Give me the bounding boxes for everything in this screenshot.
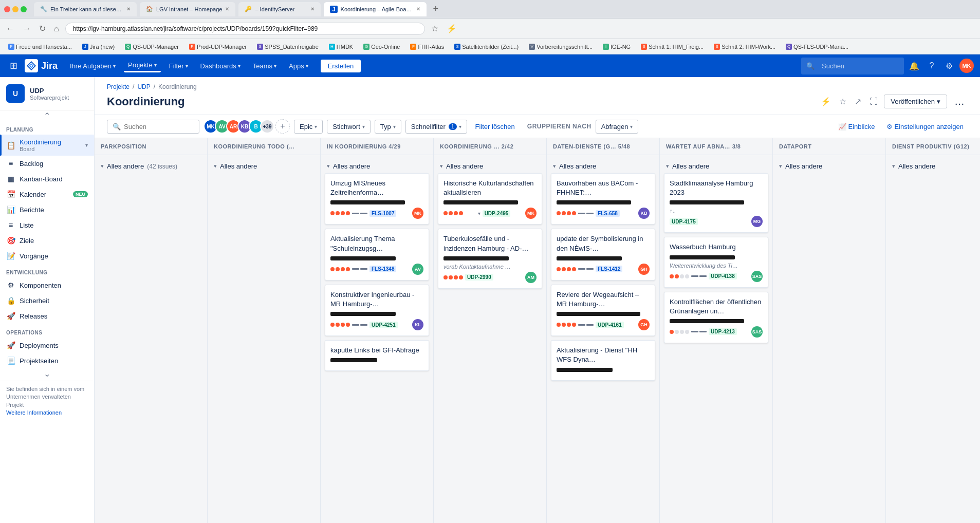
sidebar-item-kanban[interactable]: ▦ Kanban-Board [0,171,94,186]
board-scroll-container[interactable]: PARKPOSITION ▾ Alles andere (42 issues) … [95,138,980,523]
browser-tab-1[interactable]: 🔧 Ein Treiber kann auf diesem Gerä... ✕ [34,2,137,16]
sidebar-item-liste[interactable]: ≡ Liste [0,217,94,233]
star-btn[interactable]: ☆ [837,95,848,108]
avatar-more-count[interactable]: +39 [260,119,274,134]
bookmark-freue[interactable]: F Freue und Hansesta... [4,43,76,51]
card-udp4251[interactable]: Konstruktiver Ingenieurbau - MR Hamburg-… [325,285,429,336]
card-fls1348[interactable]: Aktualisierung Thema "Schuleinzugsg… [325,229,429,280]
group-wartet[interactable]: ▾ Alles andere [664,159,768,173]
nav-aufgaben[interactable]: Ihre Aufgaben ▾ [66,60,120,72]
reload-btn[interactable]: ↻ [37,22,48,35]
sidebar-item-ziele[interactable]: 🎯 Ziele [0,233,94,248]
bookmark-hmdk[interactable]: H HMDK [325,43,357,51]
bookmark-schritt1[interactable]: S Schritt 1: HIM_Freig... [637,43,708,51]
sidebar-item-komponenten[interactable]: ⚙ Komponenten [0,277,94,293]
sidebar-item-koordinierung[interactable]: 📋 Koordinierung Board ▾ [0,135,94,156]
window-min-btn[interactable] [12,6,19,12]
app-grid-btn[interactable]: ⊞ [6,59,21,73]
bookmark-schritt2[interactable]: S Schritt 2: HIM-Work... [710,43,780,51]
sidebar-scroll-down[interactable]: ⌄ [0,368,94,379]
bookmark-qsfls[interactable]: Q QS-FLS-UDP-Mana... [782,43,853,51]
group-todo[interactable]: ▾ Alles andere [212,159,316,173]
bookmark-geo[interactable]: G Geo-Online [359,43,404,51]
clear-filter-btn[interactable]: Filter löschen [471,121,519,133]
tab-2-close[interactable]: ✕ [225,6,229,12]
window-max-btn[interactable] [21,6,27,12]
card-udp4175[interactable]: Stadtklimaanalyse Hamburg 2023 ↑↓ UDP-41… [664,173,768,233]
nav-projekte[interactable]: Projekte ▾ [124,59,161,72]
sidebar-note-link[interactable]: Weitere Informationen [6,409,62,416]
nav-teams[interactable]: Teams ▾ [249,60,281,72]
sidebar-item-vorgaenge[interactable]: 📝 Vorgänge [0,248,94,264]
typ-filter-btn[interactable]: Typ ▾ [375,120,401,134]
sidebar-scroll-up[interactable]: ⌃ [0,110,94,121]
lightning-btn[interactable]: ⚡ [819,95,833,108]
insights-btn[interactable]: 📈 Einblicke [834,121,879,133]
card-gfi[interactable]: kaputte Links bei GFI-Abfrage [325,340,429,371]
bookmark-jira[interactable]: J Jira (new) [78,43,119,51]
epic-filter-btn[interactable]: Epic ▾ [294,120,323,134]
browser-tab-3[interactable]: 🔑 – IdentityServer ✕ [238,2,321,16]
sidebar-item-berichte[interactable]: 📊 Berichte [0,202,94,217]
help-btn[interactable]: ? [924,59,939,73]
sidebar-item-sicherheit[interactable]: 🔒 Sicherheit [0,293,94,308]
home-btn[interactable]: ⌂ [52,22,61,35]
sidebar-item-projektseiten[interactable]: 📃 Projektseiten [0,353,94,368]
card-udp4213[interactable]: Kontrollflächen der öffentlichen Grünanl… [664,292,768,343]
group-dataport[interactable]: ▾ Alles andere [777,159,881,173]
card-fls658[interactable]: Bauvorhaben aus BACom - FHHNET:… [551,173,655,225]
tab-3-close[interactable]: ✕ [310,6,315,12]
bookmark-spss[interactable]: S SPSS_Datenfreigabe [253,43,323,51]
sidebar-item-releases[interactable]: 🚀 Releases [0,308,94,324]
board-settings-btn[interactable]: ⚙ Einstellungen anzeigen [882,121,968,133]
card-fls1412[interactable]: update der Symbolisierung in den NÈwIS-… [551,229,655,280]
board-search-input[interactable] [124,123,210,130]
publish-button[interactable]: Veröffentlichen ▾ [884,95,947,108]
bookmark-ige[interactable]: I IGE-NG [599,43,635,51]
group-inkoord[interactable]: ▾ Alles andere [325,159,429,173]
tab-4-close[interactable]: ✕ [416,6,420,12]
bookmark-vor[interactable]: V Vorbereitungsschnitt... [525,43,597,51]
more-options-btn[interactable]: … [951,95,968,108]
group-koord2[interactable]: ▾ Alles andere [438,159,542,173]
sidebar-item-backlog[interactable]: ≡ Backlog [0,156,94,171]
card-dyn[interactable]: Aktualisierung - Dienst "HH WFS Dyna… [551,340,655,380]
extensions-btn[interactable]: ⚡ [445,22,459,35]
fullscreen-btn[interactable]: ⛶ [867,95,880,108]
group-by-btn[interactable]: Abfragen ▾ [596,120,639,134]
settings-btn-top[interactable]: ⚙ [942,59,956,73]
group-alles-andere-parkposition[interactable]: ▾ Alles andere (42 issues) [99,159,203,173]
bookmark-sat[interactable]: S Satellitenbilder (Zeit...) [450,43,523,51]
browser-tab-4[interactable]: J Koordinierung – Agile-Board – Ji... ✕ [324,2,427,16]
address-bar[interactable]: https://lgv-hamburg.atlassian.net/jira/s… [65,23,425,35]
bookmark-fhh[interactable]: F FHH-Atlas [406,43,448,51]
notifications-btn[interactable]: 🔔 [907,59,921,73]
card-udp4161[interactable]: Reviere der Wegeaufsicht – MR Hamburg-… [551,285,655,336]
share-btn[interactable]: ↗ [853,95,863,108]
tab-1-close[interactable]: ✕ [126,6,131,12]
browser-tab-2[interactable]: 🏠 LGV Intranet – Homepage ✕ [140,2,235,16]
card-fls1007[interactable]: Umzug MIS/neues Zeitreihenforma… [325,173,429,225]
card-udp2990[interactable]: Tuberkulosefälle und -inzidenzen Hamburg… [438,229,542,288]
card-udp4138[interactable]: Wasserbuch Hamburg Weiterentwicklung des… [664,237,768,287]
sidebar-item-kalender[interactable]: 📅 Kalender NEU [0,186,94,202]
nav-filter[interactable]: Filter ▾ [165,60,192,72]
assign-user-btn[interactable]: + [275,119,290,134]
new-tab-btn[interactable]: + [430,3,441,15]
breadcrumb-projekte[interactable]: Projekte [107,83,130,90]
stichwort-filter-btn[interactable]: Stichwort ▾ [327,120,370,134]
back-btn[interactable]: ← [4,22,16,35]
breadcrumb-udp[interactable]: UDP [137,83,150,90]
sidebar-item-deployments[interactable]: 🚀 Deployments [0,338,94,353]
card-udp2495[interactable]: Historische Kulturlandschaften aktualisi… [438,173,542,225]
window-close-btn[interactable] [4,6,10,12]
user-avatar[interactable]: MK [959,59,974,73]
nav-apps[interactable]: Apps ▾ [285,60,312,72]
group-daten[interactable]: ▾ Alles andere [551,159,655,173]
bookmark-prod[interactable]: P Prod-UDP-Manager [185,43,251,51]
group-dienst[interactable]: ▾ Alles andere [890,159,980,173]
bookmark-btn[interactable]: ☆ [429,22,440,35]
bookmark-qs-udp[interactable]: Q QS-UDP-Manager [121,43,183,51]
nav-dashboards[interactable]: Dashboards ▾ [196,60,245,72]
create-button[interactable]: Erstellen [321,60,361,72]
